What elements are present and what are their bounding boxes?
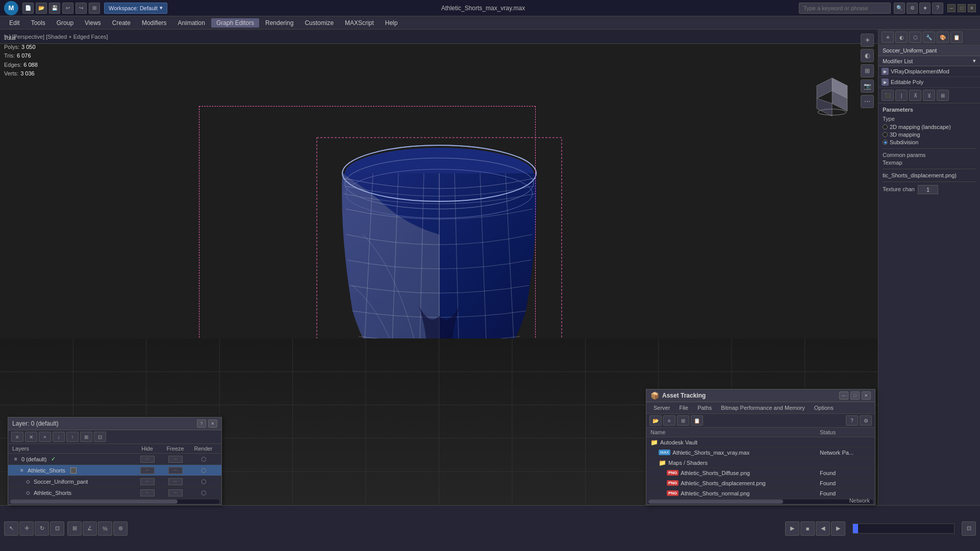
asset-scrollbar[interactable]: [648, 500, 873, 504]
maximize-button[interactable]: □: [958, 4, 966, 12]
at-btn1[interactable]: 📂: [649, 415, 662, 426]
hide-dash-athletic[interactable]: ─: [140, 467, 155, 474]
layer-row-soccer[interactable]: ◇ Soccer_Uniform_pant ─ ─ ⬡: [8, 476, 221, 487]
bt-select[interactable]: ↖: [4, 521, 18, 536]
modifier-editable-poly[interactable]: ▶ Editable Poly: [878, 77, 980, 88]
bt-stop[interactable]: ■: [800, 521, 815, 536]
asset-maximize-btn[interactable]: □: [850, 391, 860, 400]
search-input[interactable]: [799, 3, 891, 14]
lt-btn4[interactable]: ↓: [53, 432, 65, 442]
asset-menu-bitmap[interactable]: Bitmap Performance and Memory: [717, 404, 809, 412]
layer-help-btn[interactable]: ?: [197, 419, 206, 428]
pt-btn4[interactable]: ⊻: [923, 90, 935, 101]
layer-row-athletic-shorts[interactable]: ≡ Athletic_Shorts ─ ─ ⬡: [8, 465, 221, 476]
texture-chan-input[interactable]: 1: [918, 185, 938, 194]
bt-angle-snap[interactable]: ∠: [83, 521, 97, 536]
asset-minimize-btn[interactable]: ─: [839, 391, 848, 400]
menu-tools[interactable]: Tools: [26, 18, 51, 28]
lt-btn7[interactable]: ⊡: [94, 432, 106, 442]
settings-icon-btn[interactable]: ⚙: [907, 3, 918, 14]
rp-icon2[interactable]: ◐: [895, 32, 908, 43]
menu-graph-editors[interactable]: Graph Editors: [211, 18, 259, 28]
redo-button[interactable]: ↪: [76, 3, 87, 14]
bt-snap[interactable]: ⊞: [67, 521, 82, 536]
rp-icon3[interactable]: ⬡: [909, 32, 921, 43]
asset-row-normal[interactable]: PNG Athletic_Shorts_normal.png Found: [646, 488, 875, 498]
timeline-bar[interactable]: [852, 523, 954, 534]
bt-scale[interactable]: ⊡: [50, 521, 64, 536]
at-settings-btn[interactable]: ⚙: [860, 415, 872, 426]
asset-row-diffuse[interactable]: PNG Athletic_Shorts_Diffuse.png Found: [646, 468, 875, 478]
bt-rotate[interactable]: ↻: [35, 521, 49, 536]
help-icon-btn[interactable]: ?: [932, 3, 943, 14]
bt-percent-snap[interactable]: %: [98, 521, 112, 536]
asset-menu-paths[interactable]: Paths: [693, 404, 716, 412]
menu-animation[interactable]: Animation: [173, 18, 210, 28]
close-button[interactable]: ✕: [968, 4, 976, 12]
pt-btn3[interactable]: ⊼: [909, 90, 921, 101]
rp-icon6[interactable]: 📋: [950, 32, 963, 43]
asset-row-max[interactable]: MAX Athletic_Shorts_max_vray.max Network…: [646, 448, 875, 458]
menu-modifiers[interactable]: Modifiers: [137, 18, 172, 28]
lt-btn1[interactable]: ≡: [11, 432, 23, 442]
freeze-dash-athletic2[interactable]: ─: [168, 489, 183, 496]
layer-scrollbar[interactable]: [10, 500, 219, 504]
lt-btn5[interactable]: ↑: [66, 432, 79, 442]
menu-views[interactable]: Views: [80, 18, 106, 28]
lt-btn2[interactable]: ✕: [25, 432, 37, 442]
freeze-dash-default[interactable]: ─: [168, 456, 183, 463]
lt-btn3[interactable]: +: [39, 432, 51, 442]
workspace-selector[interactable]: Workspace: Default ▾: [104, 3, 167, 14]
search-icon-btn[interactable]: 🔍: [894, 3, 905, 14]
freeze-dash-athletic[interactable]: ─: [168, 467, 183, 474]
radio-3d[interactable]: 3D mapping: [883, 132, 976, 138]
bt-prev[interactable]: ◀: [816, 521, 830, 536]
layer-row-default[interactable]: ≡ 0 (default) ✓ ─ ─ ⬡: [8, 454, 221, 465]
menu-edit[interactable]: Edit: [4, 18, 25, 28]
asset-row-maps[interactable]: 📁 Maps / Shaders: [646, 458, 875, 468]
hide-dash-soccer[interactable]: ─: [140, 478, 155, 485]
open-button[interactable]: 📂: [36, 3, 47, 14]
asset-close-btn[interactable]: ✕: [862, 391, 871, 400]
menu-help[interactable]: Help: [380, 18, 403, 28]
menu-rendering[interactable]: Rendering: [260, 18, 298, 28]
bt-play[interactable]: ▶: [785, 521, 799, 536]
menu-group[interactable]: Group: [52, 18, 79, 28]
at-btn3[interactable]: ⊞: [677, 415, 689, 426]
asset-row-displacement[interactable]: PNG Athletic_Shorts_displacement.png Fou…: [646, 478, 875, 488]
radio-subdivision[interactable]: Subdivision: [883, 139, 976, 145]
bt-spinner-snap[interactable]: ⊚: [113, 521, 128, 536]
lt-btn6[interactable]: ⊞: [80, 432, 92, 442]
rp-icon1[interactable]: ☀: [882, 32, 894, 43]
radio-2d[interactable]: 2D mapping (landscape): [883, 124, 976, 130]
pt-btn2[interactable]: |: [895, 90, 908, 101]
asset-menu-options[interactable]: Options: [810, 404, 838, 412]
at-btn4[interactable]: 📋: [691, 415, 703, 426]
menu-maxscript[interactable]: MAXScript: [340, 18, 379, 28]
menu-customize[interactable]: Customize: [299, 18, 339, 28]
bt-minimax[interactable]: ⊡: [962, 521, 976, 536]
freeze-dash-soccer[interactable]: ─: [168, 478, 183, 485]
snap-button[interactable]: ⊞: [89, 3, 100, 14]
pt-btn5[interactable]: ⊞: [937, 90, 949, 101]
menu-create[interactable]: Create: [107, 18, 136, 28]
asset-menu-file[interactable]: File: [675, 404, 692, 412]
bt-move[interactable]: ✛: [19, 521, 34, 536]
rp-icon5[interactable]: 🎨: [937, 32, 949, 43]
at-help-btn[interactable]: ?: [846, 415, 858, 426]
asset-menu-server[interactable]: Server: [649, 404, 674, 412]
new-button[interactable]: 📄: [22, 3, 34, 14]
vp-icon-lighting[interactable]: ☀: [861, 34, 874, 47]
minimize-button[interactable]: ─: [947, 4, 956, 12]
undo-button[interactable]: ↩: [62, 3, 73, 14]
hide-dash-default[interactable]: ─: [140, 456, 155, 463]
hide-dash-athletic2[interactable]: ─: [140, 489, 155, 496]
modifier-vray[interactable]: ▶ VRayDisplacementMod: [878, 66, 980, 77]
save-button[interactable]: 💾: [49, 3, 60, 14]
pt-btn1[interactable]: ⬛: [882, 90, 894, 101]
modifier-list-dropdown[interactable]: Modifier List ▾: [878, 56, 980, 66]
asset-row-vault[interactable]: 📁 Autodesk Vault: [646, 437, 875, 448]
layer-close-btn[interactable]: ✕: [208, 419, 217, 428]
bt-next[interactable]: ▶: [831, 521, 845, 536]
layer-row-athletic2[interactable]: ◇ Athletic_Shorts ─ ─ ⬡: [8, 487, 221, 498]
